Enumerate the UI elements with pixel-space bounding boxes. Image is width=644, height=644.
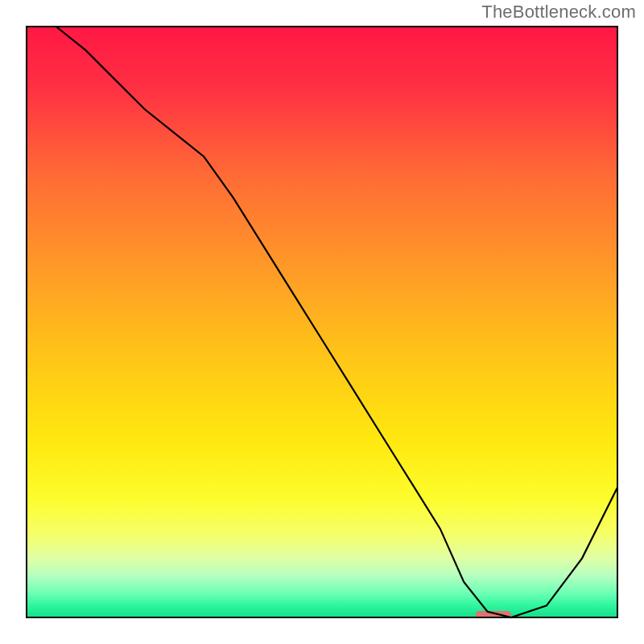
watermark-text: TheBottleneck.com (481, 2, 636, 23)
chart-container: TheBottleneck.com (0, 0, 644, 644)
chart-svg (0, 0, 644, 644)
plot-background (27, 27, 617, 617)
